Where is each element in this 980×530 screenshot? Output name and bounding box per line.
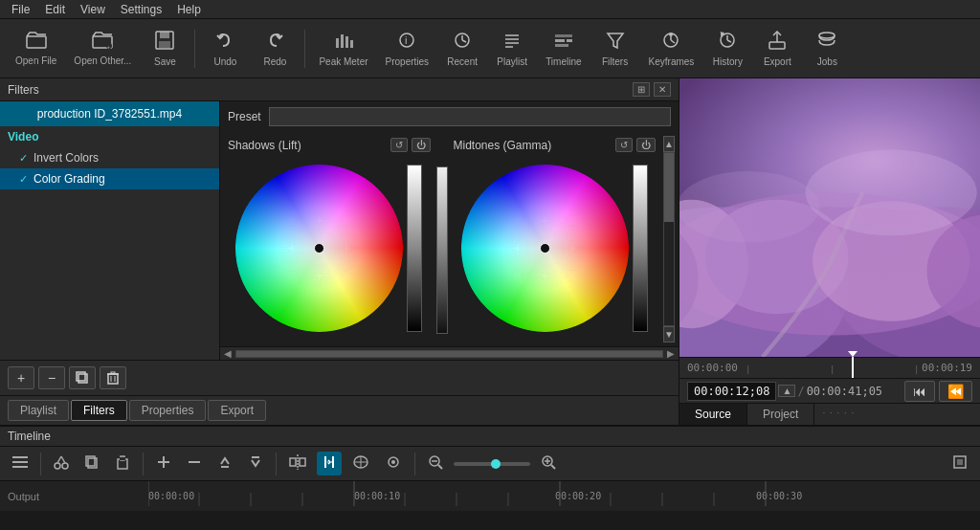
- filters-header: Filters ⊞ ✕: [0, 78, 679, 101]
- timeline-remove-btn[interactable]: [182, 452, 207, 475]
- tab-export[interactable]: Export: [208, 400, 266, 421]
- toolbar-history[interactable]: History: [703, 27, 751, 71]
- timeline-section: Timeline: [0, 425, 980, 511]
- scroll-up-btn[interactable]: ▲: [663, 136, 675, 152]
- toolbar-undo[interactable]: Undo: [201, 27, 249, 71]
- toolbar-jobs[interactable]: Jobs: [803, 27, 851, 71]
- project-tab[interactable]: Project: [747, 404, 814, 425]
- filter-remove-btn[interactable]: −: [38, 366, 65, 389]
- preview-image: [679, 78, 980, 357]
- timeline-split-btn[interactable]: [284, 452, 311, 475]
- menu-settings[interactable]: Settings: [113, 3, 169, 16]
- preview-ruler-track[interactable]: | | |: [746, 361, 914, 376]
- timeline-zoom-out-btn[interactable]: [423, 452, 448, 475]
- scroll-thumb[interactable]: [664, 153, 674, 222]
- source-tab[interactable]: Source: [679, 404, 747, 425]
- toolbar-recent[interactable]: Recent: [438, 27, 486, 71]
- zoom-track[interactable]: [454, 462, 530, 466]
- timeline-scrub-btn[interactable]: [347, 452, 374, 475]
- prev-btn[interactable]: ⏪: [939, 381, 972, 402]
- toolbar-redo[interactable]: Redo: [251, 27, 299, 71]
- menu-edit[interactable]: Edit: [37, 3, 73, 16]
- filters-label: Filters: [602, 56, 628, 67]
- shadows-brightness-slider[interactable]: [407, 165, 422, 332]
- filters-close-btn[interactable]: ✕: [654, 82, 671, 97]
- timeline-add-btn[interactable]: [151, 452, 176, 475]
- svg-rect-22: [567, 39, 572, 42]
- prev-frame-btn[interactable]: ⏮: [904, 381, 935, 402]
- midtones-reset-btn[interactable]: ↺: [615, 138, 633, 152]
- svg-point-58: [55, 463, 60, 469]
- filter-copy-btn[interactable]: [69, 366, 96, 389]
- timeline-overwrite-btn[interactable]: [243, 452, 268, 475]
- svg-line-15: [462, 40, 466, 42]
- preview-time-start: 00:00:00: [687, 362, 738, 374]
- toolbar-properties[interactable]: i Properties: [378, 27, 437, 71]
- filter-add-btn[interactable]: +: [8, 366, 34, 389]
- zoom-thumb[interactable]: [491, 459, 501, 469]
- menu-file[interactable]: File: [4, 3, 37, 16]
- timeline-snap-btn[interactable]: [317, 452, 342, 475]
- time-sep: /: [797, 385, 804, 398]
- tab-filters[interactable]: Filters: [71, 400, 127, 421]
- shadows-reset-btn[interactable]: ↺: [390, 138, 408, 152]
- toolbar-timeline[interactable]: Timeline: [538, 27, 589, 71]
- keyframes-icon: [661, 31, 680, 55]
- tab-playlist[interactable]: Playlist: [8, 400, 69, 421]
- midtones-brightness-slider[interactable]: [633, 165, 648, 332]
- export-label: Export: [764, 56, 791, 67]
- toolbar-peak-meter[interactable]: Peak Meter: [311, 27, 375, 71]
- time-spin-up[interactable]: ▲: [778, 385, 795, 397]
- filter-list: production ID_3782551.mp4 Video ✓ Invert…: [0, 101, 220, 360]
- preset-input[interactable]: [269, 107, 671, 126]
- timeline-paste-btn[interactable]: [110, 452, 135, 475]
- timeline-cut-btn[interactable]: [49, 452, 74, 475]
- menu-view[interactable]: View: [73, 3, 113, 16]
- jobs-label: Jobs: [817, 56, 837, 67]
- timeline-ripple-btn[interactable]: [380, 452, 407, 475]
- toolbar-keyframes[interactable]: Keyframes: [641, 27, 702, 71]
- current-time-display[interactable]: 00:00:12;08: [687, 382, 776, 401]
- svg-point-79: [391, 460, 395, 464]
- scroll-down-btn[interactable]: ▼: [663, 326, 675, 342]
- playlist-label: Playlist: [497, 56, 527, 67]
- filter-delete-btn[interactable]: [100, 366, 126, 389]
- preset-row: Preset: [220, 101, 679, 132]
- timeline-lift-btn[interactable]: [212, 452, 237, 475]
- open-file-label: Open File: [15, 55, 56, 66]
- midtones-power-btn[interactable]: ⏻: [636, 138, 656, 152]
- toolbar-playlist[interactable]: Playlist: [488, 27, 536, 71]
- filters-resize-btn[interactable]: ⊞: [633, 82, 650, 97]
- filter-label-invert: Invert Colors: [33, 151, 99, 165]
- toolbar-save[interactable]: Save: [141, 27, 189, 71]
- center-brightness-slider[interactable]: [436, 166, 448, 334]
- open-other-icon: +: [92, 32, 113, 54]
- menu-help[interactable]: Help: [169, 3, 209, 16]
- toolbar-open-file[interactable]: Open File: [8, 28, 64, 70]
- timeline-copy-btn[interactable]: [79, 452, 104, 475]
- properties-icon: i: [397, 31, 416, 55]
- filter-item-invert[interactable]: ✓ Invert Colors: [0, 147, 219, 168]
- toolbar-sep-1: [194, 30, 195, 68]
- filters-icon: [606, 31, 625, 55]
- shadows-power-btn[interactable]: ⏻: [412, 138, 431, 152]
- filters-panel: Filters ⊞ ✕ production ID_3782551.mp4 Vi…: [0, 78, 679, 425]
- timeline-fit-btn[interactable]: [947, 452, 972, 475]
- filter-item-color-grading[interactable]: ✓ Color Grading: [0, 168, 219, 189]
- h-scroll-right[interactable]: ▶: [663, 348, 679, 359]
- shadows-color-wheel[interactable]: [235, 165, 403, 332]
- svg-marker-24: [608, 33, 623, 48]
- midtones-icons: ↺ ⏻: [615, 138, 656, 152]
- midtones-color-wheel[interactable]: [461, 165, 629, 332]
- h-scroll-left[interactable]: ◀: [220, 348, 235, 359]
- output-label: Output: [8, 491, 39, 502]
- toolbar-filters[interactable]: Filters: [591, 27, 639, 71]
- preview-panel: 00:00:00 | | | 00:00:19 00:00:12;08 ▲ / …: [679, 78, 980, 425]
- h-scroll-thumb[interactable]: [236, 351, 662, 357]
- toolbar-open-other[interactable]: + Open Other...: [66, 28, 139, 70]
- timeline-zoom-in-btn[interactable]: [536, 452, 561, 475]
- tab-properties[interactable]: Properties: [129, 400, 207, 421]
- tl-sep-4: [414, 453, 415, 475]
- toolbar-export[interactable]: Export: [753, 27, 801, 71]
- timeline-menu-btn[interactable]: [8, 453, 33, 475]
